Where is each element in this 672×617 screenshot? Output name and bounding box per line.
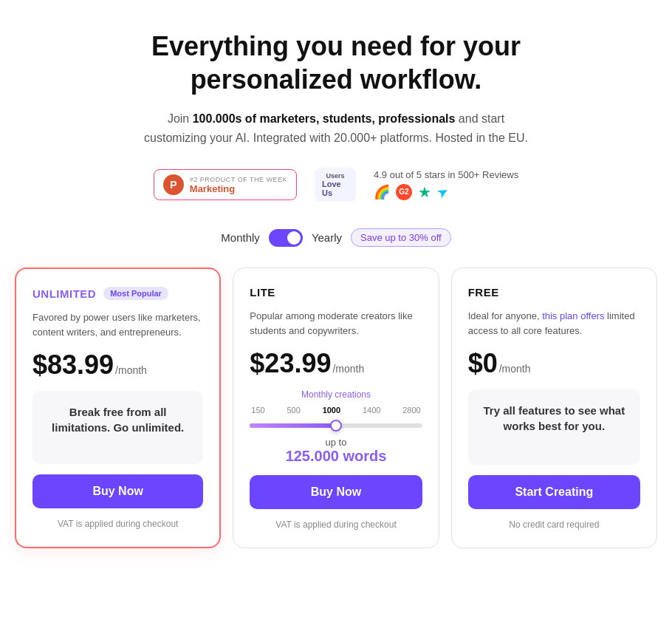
hero-title: Everything you need for yourpersonalized… <box>15 30 657 96</box>
plan-card-free: FREE Ideal for anyone, this plan offers … <box>451 267 657 548</box>
product-hunt-icon: P <box>163 174 184 195</box>
unlimited-price: $83.99 /month <box>32 350 203 381</box>
free-desc: Ideal for anyone, this plan offers limit… <box>468 309 640 338</box>
lite-cta-button[interactable]: Buy Now <box>250 475 422 509</box>
pricing-row: UNLIMITED Most Popular Favored by power … <box>15 267 657 548</box>
social-proof-row: P #2 Product of the Week Marketing Users… <box>15 168 657 202</box>
lite-price: $23.99 /month <box>250 348 422 379</box>
review-icons: 🌈 G2 ★ ➤ <box>374 183 518 201</box>
tick-1400: 1400 <box>363 406 380 415</box>
tick-500: 500 <box>287 406 300 415</box>
free-desc-accent: this plan offers <box>542 310 604 321</box>
monthly-label: Monthly <box>221 231 260 244</box>
free-price-period: /month <box>499 363 531 375</box>
words-up-to: up to <box>326 437 347 448</box>
lite-price-period: /month <box>332 363 364 375</box>
product-hunt-text: #2 Product of the Week Marketing <box>190 176 287 194</box>
most-popular-badge: Most Popular <box>103 287 168 300</box>
billing-toggle: Monthly Yearly Save up to 30% off <box>15 228 657 247</box>
unlimited-desc: Favored by power users like marketers, c… <box>32 310 203 339</box>
tick-150: 150 <box>251 406 264 415</box>
unlimited-header: UNLIMITED Most Popular <box>32 287 203 300</box>
tick-2800: 2800 <box>402 406 420 415</box>
lite-price-amount: $23.99 <box>250 348 331 379</box>
unlimited-price-amount: $83.99 <box>32 350 114 381</box>
free-header: FREE <box>468 286 640 299</box>
toggle-thumb <box>287 231 301 245</box>
slider-ticks: 150 500 1000 1400 2800 <box>250 406 422 415</box>
unlimited-feature-box: Break free from all limitations. Go unli… <box>32 391 203 464</box>
lite-header: LITE <box>250 286 422 299</box>
free-cta-button[interactable]: Start Creating <box>468 475 640 509</box>
lite-vat-note: VAT is applied during checkout <box>250 519 422 530</box>
lite-desc: Popular among moderate creators like stu… <box>250 309 422 338</box>
plan-card-lite: LITE Popular among moderate creators lik… <box>233 267 439 548</box>
unlimited-plan-name: UNLIMITED <box>32 287 96 300</box>
unlimited-price-period: /month <box>115 364 147 376</box>
plan-card-unlimited: UNLIMITED Most Popular Favored by power … <box>15 267 221 548</box>
free-price: $0 /month <box>468 348 640 379</box>
unlimited-cta-button[interactable]: Buy Now <box>32 474 203 508</box>
slider-fill <box>250 423 336 428</box>
g2-badge: Users Love Us <box>315 168 356 202</box>
unlimited-vat-note: VAT is applied during checkout <box>32 519 203 529</box>
capterra-arrow-icon: ➤ <box>434 182 452 202</box>
words-limit: up to 125.000 words <box>250 437 422 465</box>
free-plan-name: FREE <box>468 286 499 299</box>
slider-track[interactable] <box>250 423 422 428</box>
lite-plan-name: LITE <box>250 286 275 299</box>
toggle-track[interactable] <box>269 229 303 247</box>
trustpilot-star-icon: ★ <box>418 183 431 201</box>
free-no-cc-note: No credit card required <box>468 519 640 530</box>
slider-label: Monthly creations <box>250 389 422 400</box>
product-hunt-badge: P #2 Product of the Week Marketing <box>154 169 297 200</box>
rainbow-icon: 🌈 <box>374 184 390 200</box>
free-price-amount: $0 <box>468 348 498 379</box>
slider-thumb[interactable] <box>330 420 342 432</box>
words-amount: 125.000 words <box>250 448 422 465</box>
hero-subtitle: Join 100.000s of marketers, students, pr… <box>15 109 657 147</box>
save-badge: Save up to 30% off <box>351 228 451 247</box>
g2-circle-icon: G2 <box>396 184 412 200</box>
billing-toggle-switch[interactable] <box>269 229 303 247</box>
lite-slider-section: Monthly creations 150 500 1000 1400 2800… <box>250 389 422 465</box>
yearly-label: Yearly <box>312 231 342 244</box>
free-feature-box: Try all features to see what works best … <box>468 389 640 465</box>
reviews-block: 4.9 out of 5 stars in 500+ Reviews 🌈 G2 … <box>374 169 518 201</box>
tick-1000: 1000 <box>323 406 340 415</box>
